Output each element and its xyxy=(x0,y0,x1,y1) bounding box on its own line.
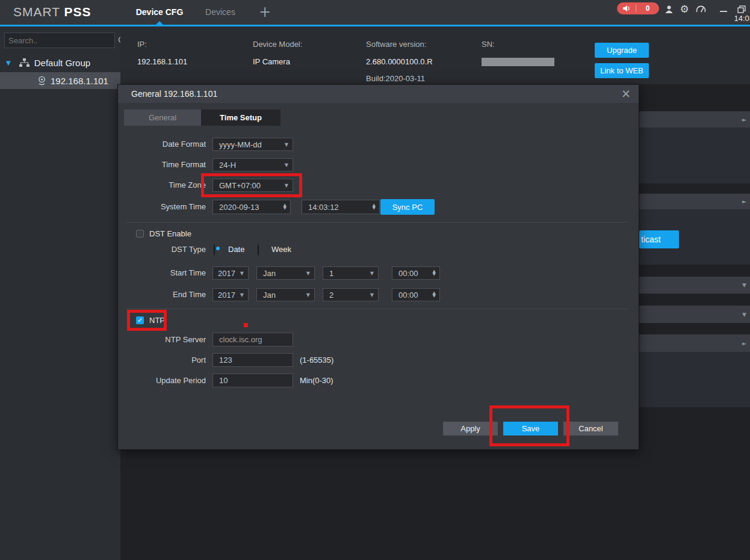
update-period-unit-hint: Min(0-30) xyxy=(300,374,333,387)
chevron-down-icon: ▼ xyxy=(285,142,288,147)
sn-redaction-bar xyxy=(482,58,554,66)
chevron-down-icon: ▼ xyxy=(240,292,244,298)
tab-devices[interactable]: Devices xyxy=(202,0,238,25)
time-zone-label: Time Zone xyxy=(118,179,206,192)
section-divider xyxy=(126,309,628,309)
ntp-server-label: NTP Server xyxy=(118,333,206,346)
tab-general[interactable]: General xyxy=(124,109,201,126)
search-input[interactable] xyxy=(5,36,118,45)
dst-type-week-radio[interactable] xyxy=(258,244,259,256)
system-date-spinner[interactable]: 2020-09-13 ▲▼ xyxy=(212,200,291,214)
title-bar: SMART PSS Device CFG Devices + 0 ⚙ 14:03 xyxy=(0,0,750,25)
date-format-value: yyyy-MM-dd xyxy=(213,140,285,149)
end-time-value: 00:00 xyxy=(392,291,433,300)
build-date: Build:2020-03-11 xyxy=(366,74,425,83)
alarm-count: 0 xyxy=(636,4,659,13)
spinner-arrows-icon[interactable]: ▲▼ xyxy=(433,270,436,276)
device-info-panel: IP: 192.168.1.101 Device Model: IP Camer… xyxy=(120,26,750,84)
system-clock-value: 14:03:12 xyxy=(302,203,373,212)
chevron-down-icon: ▼ xyxy=(240,271,244,276)
end-day-dropdown[interactable]: 2 ▼ xyxy=(323,288,379,301)
end-year-dropdown[interactable]: 2017 ▼ xyxy=(212,288,249,301)
end-day-value: 2 xyxy=(323,291,370,300)
spinner-arrows-icon[interactable]: ▲▼ xyxy=(433,292,436,298)
start-time-spinner[interactable]: 00:00 ▲▼ xyxy=(392,266,440,280)
start-month-dropdown[interactable]: Jan ▼ xyxy=(256,266,315,280)
dst-type-date-label: Date xyxy=(228,245,244,254)
tree-expand-icon[interactable]: ▼ xyxy=(6,60,11,66)
restore-window-icon[interactable] xyxy=(736,4,748,14)
expand-right-icon: ► xyxy=(742,198,746,205)
ntp-server-field-wrap xyxy=(212,333,293,346)
chevron-down-icon: ▼ xyxy=(370,271,374,276)
tab-time-setup[interactable]: Time Setup xyxy=(201,109,280,126)
device-label: 192.168.1.101 xyxy=(51,76,108,86)
sync-pc-button[interactable]: Sync PC xyxy=(380,199,435,215)
collapsed-section-header[interactable]: ▼ xyxy=(639,277,750,294)
time-format-dropdown[interactable]: 24-H ▼ xyxy=(212,158,293,171)
system-clock: 14:03 xyxy=(734,14,750,23)
group-label: Default Group xyxy=(34,58,90,68)
general-settings-dialog: General 192.168.1.101 × General Time Set… xyxy=(117,84,639,450)
brand-pss: PSS xyxy=(64,5,91,19)
date-format-label: Date Format xyxy=(118,138,206,151)
ip-value: 192.168.1.101 xyxy=(137,57,187,66)
dst-enable-label: DST Enable xyxy=(149,229,191,238)
chevron-down-icon: ▼ xyxy=(306,292,310,298)
device-model-value: IP Camera xyxy=(253,57,290,66)
group-icon xyxy=(19,58,29,67)
software-version-value: 2.680.0000100.0.R xyxy=(366,57,433,66)
ntp-server-input[interactable] xyxy=(213,335,331,344)
settings-gear-icon[interactable]: ⚙ xyxy=(678,4,690,14)
spinner-arrows-icon[interactable]: ▲▼ xyxy=(373,204,376,210)
multicast-button[interactable]: ticast xyxy=(639,230,679,248)
start-day-dropdown[interactable]: 1 ▼ xyxy=(323,266,379,280)
dst-type-label: DST Type xyxy=(118,245,206,254)
end-time-label: End Time xyxy=(118,288,206,301)
performance-gauge-icon[interactable] xyxy=(695,4,707,14)
expand-right-icon: ► xyxy=(742,340,746,346)
end-year-value: 2017 xyxy=(213,291,240,300)
sn-label: SN: xyxy=(482,40,495,49)
alarm-badge[interactable]: 0 xyxy=(617,2,659,14)
software-version-label: Software version: xyxy=(366,40,426,49)
chevron-down-icon: ▼ xyxy=(370,292,374,298)
add-tab-icon[interactable]: + xyxy=(255,0,274,25)
user-icon[interactable] xyxy=(663,4,675,14)
start-month-value: Jan xyxy=(257,269,306,278)
start-time-label: Start Time xyxy=(118,266,206,280)
dst-type-date-radio[interactable] xyxy=(214,244,215,256)
system-clock-spinner[interactable]: 14:03:12 ▲▼ xyxy=(302,200,380,214)
collapsed-section-header[interactable]: ► xyxy=(639,194,750,209)
date-format-dropdown[interactable]: yyyy-MM-dd ▼ xyxy=(212,138,293,151)
minimize-icon[interactable] xyxy=(717,4,730,14)
start-year-dropdown[interactable]: 2017 ▼ xyxy=(212,266,249,280)
annotation-box-time-zone xyxy=(201,173,302,197)
link-to-web-button[interactable]: Link to WEB xyxy=(595,63,649,78)
dialog-title: General 192.168.1.101 xyxy=(131,85,217,103)
chevron-down-icon: ▼ xyxy=(306,271,310,276)
device-tree-sidebar: ▼ Default Group 192.168.1.101 xyxy=(0,26,120,560)
system-date-value: 2020-09-13 xyxy=(213,203,284,212)
start-day-value: 1 xyxy=(323,269,370,278)
annotation-box-ntp xyxy=(127,310,167,331)
collapsed-section-header[interactable]: ► xyxy=(639,334,750,352)
port-range-hint: (1-65535) xyxy=(300,353,333,367)
spinner-arrows-icon[interactable]: ▲▼ xyxy=(284,204,287,210)
end-time-spinner[interactable]: 00:00 ▲▼ xyxy=(392,288,440,301)
dialog-title-bar[interactable]: General 192.168.1.101 × xyxy=(118,85,639,103)
sidebar-item-device[interactable]: 192.168.1.101 xyxy=(0,72,120,89)
upgrade-button[interactable]: Upgrade xyxy=(595,43,649,58)
dst-enable-checkbox[interactable] xyxy=(136,230,144,238)
search-box[interactable] xyxy=(4,32,115,48)
sidebar-item-default-group[interactable]: ▼ Default Group xyxy=(0,54,120,71)
system-time-label: System Time xyxy=(118,199,206,215)
collapsed-section-header[interactable]: ▼ xyxy=(639,306,750,323)
cancel-button[interactable]: Cancel xyxy=(563,422,618,435)
chevron-down-icon: ▼ xyxy=(285,162,288,168)
close-icon[interactable]: × xyxy=(619,87,633,100)
section-divider xyxy=(126,222,628,223)
end-month-dropdown[interactable]: Jan ▼ xyxy=(256,288,315,301)
ip-label: IP: xyxy=(137,40,147,49)
collapsed-section-header[interactable]: ► xyxy=(639,111,750,128)
